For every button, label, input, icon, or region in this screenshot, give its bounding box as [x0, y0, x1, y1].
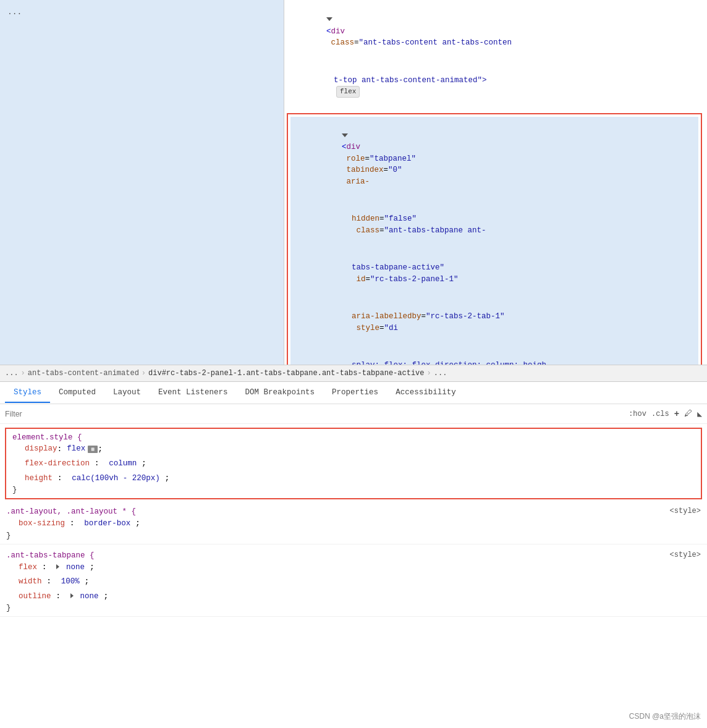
- ant-tabs-selector: .ant-tabs-tabpane {: [6, 551, 701, 560]
- ant-layout-selector: .ant-layout, .ant-layout * {: [6, 507, 701, 516]
- ant-tabs-prop-flex: flex : none ;: [6, 560, 701, 575]
- ant-layout-source: <style>: [670, 507, 701, 515]
- tab-dom-breakpoints[interactable]: DOM Breakpoints: [237, 383, 324, 403]
- ant-tabs-prop-outline: outline : none ;: [6, 589, 701, 604]
- element-style-prop-display: display : flex ▦ ;: [12, 442, 695, 456]
- tab-computed[interactable]: Computed: [50, 383, 104, 403]
- tab-properties[interactable]: Properties: [323, 383, 387, 403]
- ant-layout-close: }: [6, 531, 701, 540]
- breadcrumb-item-4[interactable]: ...: [434, 369, 447, 378]
- ant-tabs-close: }: [6, 603, 701, 612]
- red-highlight-box-1: <div role="tabpanel" tabindex="0" aria- …: [287, 113, 702, 365]
- dom-right-panel: <div class="ant-tabs-content ant-tabs-co…: [284, 0, 707, 365]
- badge-flex-top: flex: [336, 86, 360, 98]
- breadcrumb-item-2[interactable]: ant-tabs-content-animated: [28, 369, 139, 378]
- html-line-selected-3: tabs-tabpane-active" id="rc-tabs-2-panel…: [290, 250, 698, 298]
- watermark: CSDN @a坚强的泡沫: [629, 711, 701, 722]
- element-style-prop-height: height : calc(100vh - 220px) ;: [12, 471, 695, 486]
- cls-button[interactable]: .cls: [651, 410, 669, 418]
- tab-event-listeners[interactable]: Event Listeners: [150, 383, 237, 403]
- html-line-top2: t-top ant-tabs-content-animated"> flex: [284, 62, 707, 111]
- breadcrumb-bar: ... › ant-tabs-content-animated › div#rc…: [0, 365, 707, 382]
- ant-layout-style-block: <style> .ant-layout, .ant-layout * { box…: [0, 503, 707, 544]
- ant-tabs-tabpane-style-block: <style> .ant-tabs-tabpane { flex : none …: [0, 547, 707, 617]
- element-style-close: }: [12, 485, 695, 494]
- ant-tabs-prop-width: width : 100% ;: [6, 574, 701, 589]
- styles-panel: element.style { display : flex ▦ ; flex-…: [0, 428, 707, 617]
- html-line-selected-2: hidden="false" class="ant-tabs-tabpane a…: [290, 201, 698, 250]
- breadcrumb-item-3[interactable]: div#rc-tabs-2-panel-1.ant-tabs-tabpane.a…: [148, 369, 424, 378]
- filter-input[interactable]: [5, 410, 102, 418]
- toggle-icon[interactable]: 🖊: [684, 409, 692, 418]
- dom-left-panel: ...: [0, 0, 284, 365]
- ant-layout-prop-boxsizing: box-sizing : border-box ;: [6, 516, 701, 531]
- plus-button[interactable]: +: [674, 409, 679, 419]
- breadcrumb-item-1[interactable]: ...: [5, 369, 19, 378]
- element-style-prop-flex-direction: flex-direction : column ;: [12, 456, 695, 471]
- html-line-selected-1: <div role="tabpanel" tabindex="0" aria-: [290, 117, 698, 200]
- hov-button[interactable]: :hov: [629, 410, 646, 418]
- tab-styles[interactable]: Styles: [5, 383, 50, 403]
- ant-tabs-source: <style>: [670, 551, 701, 559]
- tab-accessibility[interactable]: Accessibility: [387, 383, 465, 403]
- filter-actions: :hov .cls + 🖊 ◣: [629, 409, 702, 419]
- dom-inspector-panel: ... <div class="ant-tabs-content ant-tab…: [0, 0, 707, 365]
- tab-layout[interactable]: Layout: [104, 383, 150, 403]
- devtools-tabs: Styles Computed Layout Event Listeners D…: [0, 382, 707, 404]
- element-style-block: element.style { display : flex ▦ ; flex-…: [5, 428, 702, 499]
- html-line-top1: <div class="ant-tabs-content ant-tabs-co…: [284, 0, 707, 62]
- element-style-selector: element.style {: [12, 433, 695, 442]
- filter-bar: :hov .cls + 🖊 ◣: [0, 404, 707, 424]
- settings-icon[interactable]: ◣: [697, 409, 702, 419]
- left-ellipsis: ...: [2, 5, 281, 19]
- html-line-selected-4: aria-labelledby="rc-tabs-2-tab-1" style=…: [290, 298, 698, 347]
- html-line-selected-5: splay: flex; flex-direction: column; hei…: [290, 347, 698, 365]
